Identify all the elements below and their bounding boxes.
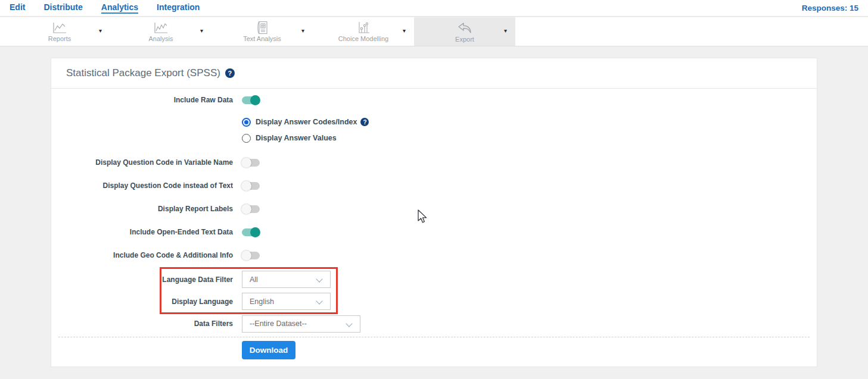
chevron-down-icon bbox=[316, 275, 322, 282]
display-report-labels-toggle[interactable] bbox=[242, 205, 260, 213]
export-arrow-icon bbox=[456, 21, 472, 35]
toggle-knob bbox=[241, 204, 251, 214]
spss-export-panel: Statistical Package Export (SPSS) ? Incl… bbox=[51, 58, 817, 367]
row-open-ended-text-data: Include Open-Ended Text Data bbox=[51, 227, 817, 237]
display-language-select[interactable]: English bbox=[242, 293, 331, 310]
nav-item-edit[interactable]: Edit bbox=[10, 2, 25, 14]
chevron-down-icon[interactable]: ▾ bbox=[504, 27, 507, 34]
toggle-label: Display Question Code instead of Text bbox=[51, 181, 233, 190]
toolbar-item-text-analysis[interactable]: Text Analysis ▾ bbox=[211, 17, 313, 46]
trend-chart-icon bbox=[153, 21, 169, 35]
dropdown-label: Language Data Filter bbox=[51, 275, 233, 284]
toggle-label: Include Geo Code & Additional Info bbox=[51, 251, 233, 259]
toggle-knob bbox=[241, 158, 251, 168]
chevron-down-icon[interactable]: ▾ bbox=[99, 27, 102, 34]
row-include-raw-data: Include Raw Data bbox=[51, 95, 817, 105]
toolbar-item-analysis[interactable]: Analysis ▾ bbox=[110, 17, 211, 46]
nav-item-integration[interactable]: Integration bbox=[157, 2, 200, 14]
chevron-down-icon bbox=[346, 320, 352, 327]
toolbar-item-choice-modelling[interactable]: Choice Modelling ▾ bbox=[313, 17, 414, 46]
language-data-filter-select[interactable]: All bbox=[242, 271, 331, 288]
scatter-chart-icon bbox=[356, 21, 371, 35]
toolbar-item-reports[interactable]: Reports ▾ bbox=[9, 17, 110, 46]
chevron-down-icon[interactable]: ▾ bbox=[403, 27, 406, 34]
row-question-code-instead-text: Display Question Code instead of Text bbox=[51, 181, 817, 190]
nav-item-analytics[interactable]: Analytics bbox=[101, 2, 138, 14]
toggle-knob bbox=[250, 95, 260, 105]
selected-value: English bbox=[250, 297, 274, 306]
selected-value: All bbox=[250, 275, 258, 284]
responses-count[interactable]: Responses: 15 bbox=[802, 4, 858, 12]
row-display-language: Display Language English bbox=[51, 293, 817, 310]
geo-code-additional-info-toggle[interactable] bbox=[242, 252, 260, 259]
row-data-filters: Data Filters --Entire Dataset-- bbox=[51, 315, 817, 333]
toggle-knob bbox=[241, 250, 251, 261]
radio-label[interactable]: Display Answer Codes/Index bbox=[256, 118, 357, 126]
row-question-code-variable-name: Display Question Code in Variable Name bbox=[51, 158, 817, 167]
question-code-instead-text-toggle[interactable] bbox=[242, 182, 260, 190]
row-display-report-labels: Display Report Labels bbox=[51, 204, 817, 214]
toggle-knob bbox=[250, 227, 260, 237]
toggle-label: Include Raw Data bbox=[51, 96, 233, 104]
analytics-toolbar: Reports ▾ Analysis ▾ bbox=[0, 17, 868, 46]
radio-label[interactable]: Display Answer Values bbox=[256, 134, 337, 142]
download-button[interactable]: Download bbox=[242, 341, 295, 359]
chevron-down-icon[interactable]: ▾ bbox=[301, 27, 304, 34]
row-language-data-filter: Language Data Filter All bbox=[51, 271, 817, 288]
dashed-divider bbox=[58, 337, 810, 337]
chevron-down-icon bbox=[316, 297, 322, 304]
toolbar-item-label: Text Analysis bbox=[243, 35, 281, 42]
dropdown-label: Data Filters bbox=[51, 320, 233, 328]
selected-value: --Entire Dataset-- bbox=[250, 320, 307, 328]
page-title: Statistical Package Export (SPSS) bbox=[66, 67, 220, 79]
line-chart-icon bbox=[52, 21, 67, 35]
report-book-icon bbox=[256, 21, 269, 35]
question-code-variable-name-toggle[interactable] bbox=[242, 159, 260, 167]
toolbar-item-label: Export bbox=[455, 36, 474, 43]
toggle-label: Include Open-Ended Text Data bbox=[51, 228, 233, 236]
open-ended-text-data-toggle[interactable] bbox=[242, 228, 260, 236]
nav-item-distribute[interactable]: Distribute bbox=[43, 2, 82, 14]
display-answer-values-radio[interactable] bbox=[242, 134, 251, 143]
help-icon[interactable]: ? bbox=[225, 68, 235, 78]
data-filters-select[interactable]: --Entire Dataset-- bbox=[242, 315, 360, 333]
toolbar-item-label: Choice Modelling bbox=[338, 35, 388, 42]
row-radio-answer-values: Display Answer Values bbox=[51, 133, 817, 143]
toggle-knob bbox=[241, 181, 251, 191]
toolbar-item-export[interactable]: Export ▾ bbox=[414, 17, 515, 46]
nav-links: Edit Distribute Analytics Integration bbox=[10, 2, 200, 14]
row-geo-code-additional-info: Include Geo Code & Additional Info bbox=[51, 250, 817, 260]
toolbar-item-label: Reports bbox=[48, 35, 71, 42]
row-radio-codes-index: Display Answer Codes/Index ? bbox=[51, 117, 817, 127]
toggle-label: Display Report Labels bbox=[51, 205, 233, 213]
help-icon[interactable]: ? bbox=[360, 118, 369, 126]
toggle-label: Display Question Code in Variable Name bbox=[51, 158, 233, 167]
chevron-down-icon[interactable]: ▾ bbox=[200, 27, 203, 34]
top-navigation: Edit Distribute Analytics Integration Re… bbox=[0, 0, 868, 17]
include-raw-data-toggle[interactable] bbox=[242, 96, 260, 104]
display-answer-codes-radio[interactable] bbox=[242, 118, 251, 127]
dropdown-label: Display Language bbox=[51, 297, 233, 306]
panel-header: Statistical Package Export (SPSS) ? bbox=[51, 58, 817, 89]
toolbar-item-label: Analysis bbox=[149, 35, 173, 42]
